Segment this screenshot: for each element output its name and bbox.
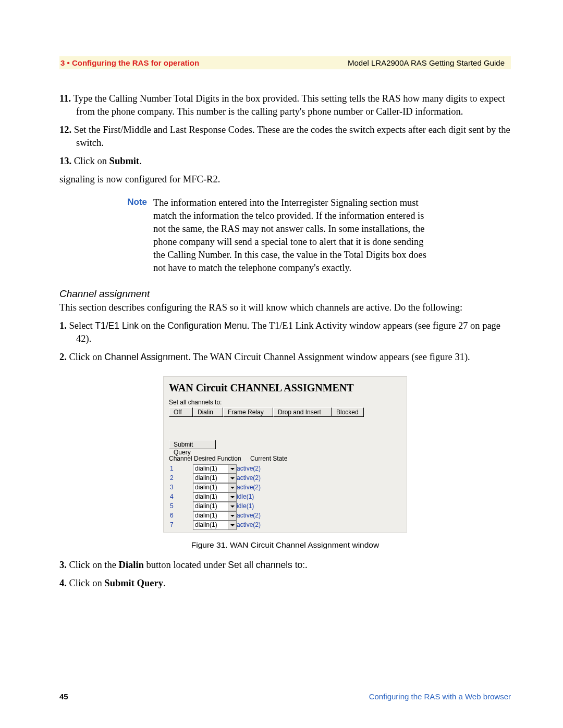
dialin-bold: Dialin bbox=[119, 560, 144, 570]
select-value: dialin(1) bbox=[195, 483, 217, 491]
footer-section-title: Configuring the RAS with a Web browser bbox=[369, 692, 511, 701]
step-b4: 4. Click on Submit Query. bbox=[59, 577, 511, 590]
step-number: 12. bbox=[59, 125, 71, 135]
step-number: 3. bbox=[59, 560, 67, 570]
note-block: Note The information entered into the In… bbox=[59, 196, 511, 275]
chevron-down-icon[interactable] bbox=[228, 493, 236, 501]
chevron-down-icon[interactable] bbox=[228, 465, 236, 473]
select-value: dialin(1) bbox=[195, 474, 217, 482]
figure-31: WAN Circuit CHANNEL ASSIGNMENT Set all c… bbox=[163, 376, 407, 550]
channel-index: 6 bbox=[169, 511, 193, 521]
select-value: dialin(1) bbox=[195, 511, 217, 520]
set-all-channels-label: Set all channels to: bbox=[169, 398, 401, 406]
table-row: 5dialin(1)idle(1) bbox=[169, 502, 261, 511]
channel-index: 4 bbox=[169, 492, 193, 502]
channel-assignment-intro: This section describes configuring the R… bbox=[59, 301, 511, 314]
current-state: active(2) bbox=[237, 483, 261, 492]
step-13: 13. Click on Submit. bbox=[59, 155, 511, 168]
channel-table-header: Channel Desired Function Current State bbox=[169, 454, 401, 463]
page-header: 3 • Configuring the RAS for operation Mo… bbox=[59, 56, 511, 69]
chevron-down-icon[interactable] bbox=[228, 521, 236, 529]
step-text: Select bbox=[69, 320, 95, 331]
doc-title: Model LRA2900A RAS Getting Started Guide bbox=[348, 58, 505, 67]
channel-index: 1 bbox=[169, 464, 193, 474]
note-label: Note bbox=[117, 196, 153, 275]
submit-bold: Submit bbox=[109, 156, 140, 166]
submit-query-bold: Submit Query bbox=[104, 578, 163, 588]
step-text: Type the Calling Number Total Digits in … bbox=[73, 93, 505, 117]
set-all-channels-to-label: Set all channels to: bbox=[228, 560, 305, 570]
col-desired-function: Desired Function bbox=[194, 454, 250, 463]
table-row: 7dialin(1)active(2) bbox=[169, 521, 261, 530]
blocked-button[interactable]: Blocked bbox=[332, 408, 364, 417]
table-row: 6dialin(1)active(2) bbox=[169, 511, 261, 521]
channel-table: 1dialin(1)active(2)2dialin(1)active(2)3d… bbox=[169, 464, 261, 530]
set-all-button-row: Off Dialin Frame Relay Drop and Insert B… bbox=[169, 408, 401, 417]
step-number: 1. bbox=[59, 320, 67, 331]
current-state: idle(1) bbox=[237, 492, 261, 502]
current-state: active(2) bbox=[237, 464, 261, 474]
channel-assignment-heading: Channel assignment bbox=[59, 287, 511, 301]
step-list-b: 1. Select T1/E1 Link on the Configuratio… bbox=[59, 319, 511, 364]
col-channel: Channel bbox=[169, 454, 194, 463]
select-value: dialin(1) bbox=[195, 502, 217, 510]
desired-function-select[interactable]: dialin(1) bbox=[193, 511, 237, 521]
desired-function-select[interactable]: dialin(1) bbox=[193, 464, 237, 474]
step-b2: 2. Click on Channel Assignment. The WAN … bbox=[59, 351, 511, 364]
dialin-button[interactable]: Dialin bbox=[193, 408, 223, 417]
step-number: 2. bbox=[59, 352, 67, 362]
chevron-down-icon[interactable] bbox=[228, 484, 236, 492]
frame-relay-button[interactable]: Frame Relay bbox=[223, 408, 273, 417]
drop-and-insert-button[interactable]: Drop and Insert bbox=[273, 408, 332, 417]
current-state: active(2) bbox=[237, 474, 261, 483]
note-body: The information entered into the Interre… bbox=[153, 196, 430, 275]
chapter-title: 3 • Configuring the RAS for operation bbox=[60, 58, 199, 67]
desired-function-select[interactable]: dialin(1) bbox=[193, 492, 237, 502]
step-12: 12. Set the First/Middle and Last Respon… bbox=[59, 124, 511, 150]
channel-index: 2 bbox=[169, 474, 193, 483]
select-value: dialin(1) bbox=[195, 464, 217, 473]
col-current-state: Current State bbox=[250, 454, 287, 463]
desired-function-select[interactable]: dialin(1) bbox=[193, 474, 237, 483]
page-number: 45 bbox=[59, 692, 68, 701]
current-state: idle(1) bbox=[237, 502, 261, 511]
desired-function-select[interactable]: dialin(1) bbox=[193, 483, 237, 492]
desired-function-select[interactable]: dialin(1) bbox=[193, 521, 237, 530]
step-number: 4. bbox=[59, 578, 67, 588]
channel-assignment-label: Channel Assignment bbox=[104, 352, 188, 362]
step-text-pre: Click on bbox=[74, 156, 109, 166]
wan-circuit-channel-assignment-panel: WAN Circuit CHANNEL ASSIGNMENT Set all c… bbox=[163, 376, 407, 532]
select-value: dialin(1) bbox=[195, 521, 217, 529]
signaling-confirmation: signaling is now configured for MFC-R2. bbox=[59, 173, 511, 186]
step-list-b2: 3. Click on the Dialin button located un… bbox=[59, 559, 511, 590]
channel-index: 5 bbox=[169, 502, 193, 511]
step-text: Set the First/Middle and Last Response C… bbox=[74, 125, 510, 148]
select-value: dialin(1) bbox=[195, 492, 217, 501]
off-button[interactable]: Off bbox=[169, 408, 193, 417]
chevron-down-icon[interactable] bbox=[228, 512, 236, 520]
step-number: 11. bbox=[59, 93, 71, 104]
channel-index: 7 bbox=[169, 521, 193, 530]
step-b1: 1. Select T1/E1 Link on the Configuratio… bbox=[59, 319, 511, 346]
step-list-a: 11. Type the Calling Number Total Digits… bbox=[59, 92, 511, 168]
table-row: 3dialin(1)active(2) bbox=[169, 483, 261, 492]
submit-query-button[interactable]: Submit Query bbox=[169, 440, 216, 449]
step-text-post: . bbox=[139, 156, 142, 166]
step-11: 11. Type the Calling Number Total Digits… bbox=[59, 92, 511, 118]
step-number: 13. bbox=[59, 156, 71, 166]
config-menu-label: Configuration Menu bbox=[167, 320, 247, 331]
desired-function-select[interactable]: dialin(1) bbox=[193, 502, 237, 511]
table-row: 1dialin(1)active(2) bbox=[169, 464, 261, 474]
table-row: 4dialin(1)idle(1) bbox=[169, 492, 261, 502]
page-footer: 45 Configuring the RAS with a Web browse… bbox=[59, 692, 511, 701]
step-b3: 3. Click on the Dialin button located un… bbox=[59, 559, 511, 572]
figure-caption: Figure 31. WAN Circuit Channel Assignmen… bbox=[163, 540, 407, 551]
table-row: 2dialin(1)active(2) bbox=[169, 474, 261, 483]
panel-title: WAN Circuit CHANNEL ASSIGNMENT bbox=[169, 379, 401, 398]
t1e1-link-label: T1/E1 Link bbox=[95, 320, 139, 331]
chevron-down-icon[interactable] bbox=[228, 474, 236, 483]
chevron-down-icon[interactable] bbox=[228, 502, 236, 511]
channel-index: 3 bbox=[169, 483, 193, 492]
current-state: active(2) bbox=[237, 511, 261, 521]
current-state: active(2) bbox=[237, 521, 261, 530]
